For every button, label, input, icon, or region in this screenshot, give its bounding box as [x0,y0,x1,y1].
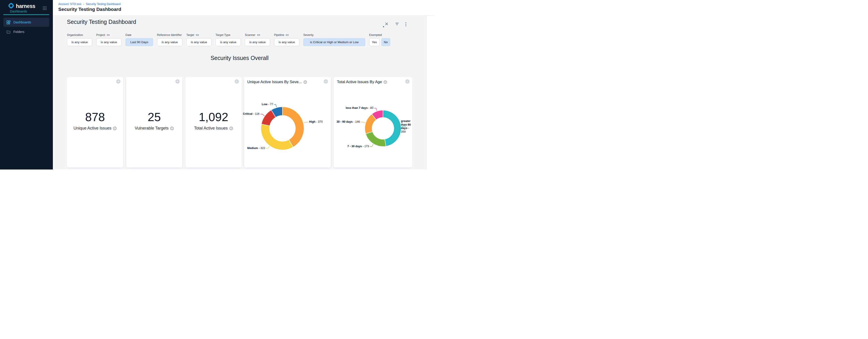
donut-label: Medium - 322 [247,146,265,150]
globe-icon[interactable] [175,79,180,85]
filter-bar: Organization is any value Project is any… [67,33,390,46]
filter-label: Date [125,33,153,37]
severity-donut-chart[interactable]: High - 370Medium - 322Critical - 116Low … [244,77,331,167]
dashboard-content: Security Testing Dashboard [53,16,426,169]
filter-chip-target[interactable]: is any value [186,38,212,46]
donut-label: High - 370 [309,120,322,124]
brand-name: harness [16,3,35,9]
donut-label-connector [370,144,373,146]
sidebar-item-label: Folders [13,30,24,34]
filter-label: Reference Identifier [157,33,182,37]
product-name: Dashboards [10,9,27,13]
stat-card-unique-active-issues: 878 Unique Active Issues [67,77,123,167]
info-icon[interactable] [113,126,117,130]
filter-exempted: Exempted Yes No [369,33,390,46]
filter-severity: Severity is Critical or High or Medium o… [303,33,365,46]
donut-label-connector [260,114,265,116]
filter-project: Project is any value [96,33,122,46]
donut-label-connector [274,105,277,107]
donut-label-connector [266,146,270,148]
filter-date: Date Last 90 Days [125,33,153,46]
donut-label: Critical - 116 [243,112,259,116]
more-options-button[interactable] [405,22,409,26]
filter-pipeline: Pipeline is any value [274,33,300,46]
filter-label: Scanner [245,33,270,37]
harness-logo-icon [8,2,14,10]
stat-label: Total Active Issues [194,126,227,131]
chart-card-age: Total Active Issues By Age greater than … [334,77,412,167]
brand: harness [8,2,35,10]
filter-button[interactable] [395,22,399,26]
page-title: Security Testing Dashboard [58,7,121,12]
filter-chip-target-type[interactable]: is any value [216,38,241,46]
filter-chip-scanner[interactable]: is any value [245,38,270,46]
donut-label-connector [374,108,377,111]
donut-label: Low - 77 [262,103,273,106]
stat-value: 25 [148,111,161,123]
sidebar-divider [3,14,49,15]
info-icon[interactable] [229,126,233,130]
stat-label: Unique Active Issues [73,126,112,131]
filter-target: Target is any value [186,33,212,46]
donut-slice-medium[interactable] [261,124,293,150]
dashboard-title: Security Testing Dashboard [67,19,136,25]
filter-organization: Organization is any value [67,33,92,46]
dashboard-actions [385,22,409,26]
donut-label-connector [304,122,308,123]
scrollbar-gutter[interactable] [426,16,434,169]
filter-label: Pipeline [274,33,300,37]
notification-dot [383,26,384,27]
filter-label: Organization [67,33,92,37]
filter-chip-date[interactable]: Last 90 Days [125,38,153,46]
donut-label-connector [361,122,365,123]
exempted-no-button[interactable]: No [381,38,390,46]
stat-value: 878 [85,111,105,123]
filter-label: Severity [303,33,365,37]
age-donut-chart[interactable]: greater than 90 days - 3597 - 30 days - … [334,77,412,167]
exempted-yes-button[interactable]: Yes [369,38,379,46]
dashboards-icon [7,21,10,24]
link-icon [257,33,260,36]
sidebar-item-folders[interactable]: Folders [3,27,49,36]
globe-icon[interactable] [116,79,121,85]
link-icon [196,33,199,36]
close-button[interactable] [385,22,389,26]
sidebar-item-dashboards[interactable]: Dashboards [3,18,49,27]
donut-slice-7---30-days[interactable] [366,132,386,146]
filter-chip-project[interactable]: is any value [96,38,122,46]
filter-label: Project [96,33,122,37]
stat-card-vulnerable-targets: 25 Vulnerable Targets [126,77,182,167]
filter-chip-severity[interactable]: is Critical or High or Medium or Low [303,38,365,46]
filter-label: Target [186,33,212,37]
stat-value: 1,092 [199,111,228,123]
stat-label: Vulnerable Targets [135,126,168,131]
sidebar: harness Dashboards Dashboards [0,0,53,169]
donut-label: 30 - 90 days - 146 [336,120,360,124]
sidebar-item-label: Dashboards [13,21,31,24]
info-icon[interactable] [170,126,174,130]
filter-chip-organization[interactable]: is any value [67,38,92,46]
app-root: harness Dashboards Dashboards [0,0,434,169]
donut-label: less than 7 days - 80 [346,106,373,110]
top-header: Account: STO test › Security Testing Das… [53,0,434,16]
globe-icon[interactable] [235,79,239,85]
link-icon [106,33,110,36]
donut-label: greater than 90 days - 359 [401,119,412,134]
stat-card-total-active-issues: 1,092 Total Active Issues [185,77,242,167]
filter-label: Exempted [369,33,390,37]
breadcrumb-account-link[interactable]: Account: STO test [58,2,81,6]
donut-slice-greater-than-90-days[interactable] [383,110,401,146]
donut-label: 7 - 30 days - 173 [347,145,369,148]
breadcrumb: Account: STO test › Security Testing Das… [58,2,121,6]
breadcrumb-dashboard-link[interactable]: Security Testing Dashboard [86,2,121,6]
chart-card-severity: Unique Active Issues By Seve... High - 3… [244,77,331,167]
filter-chip-pipeline[interactable]: is any value [274,38,300,46]
filter-reference-identifier: Reference Identifier is any value [157,33,182,46]
section-title: Security Issues Overall [67,55,412,61]
filter-chip-reference-identifier[interactable]: is any value [157,38,182,46]
filter-scanner: Scanner is any value [245,33,270,46]
folder-icon [7,30,10,34]
filter-target-type: Target Type is any value [216,33,241,46]
filter-label: Target Type [216,33,241,37]
app-grid-icon[interactable] [43,6,47,10]
